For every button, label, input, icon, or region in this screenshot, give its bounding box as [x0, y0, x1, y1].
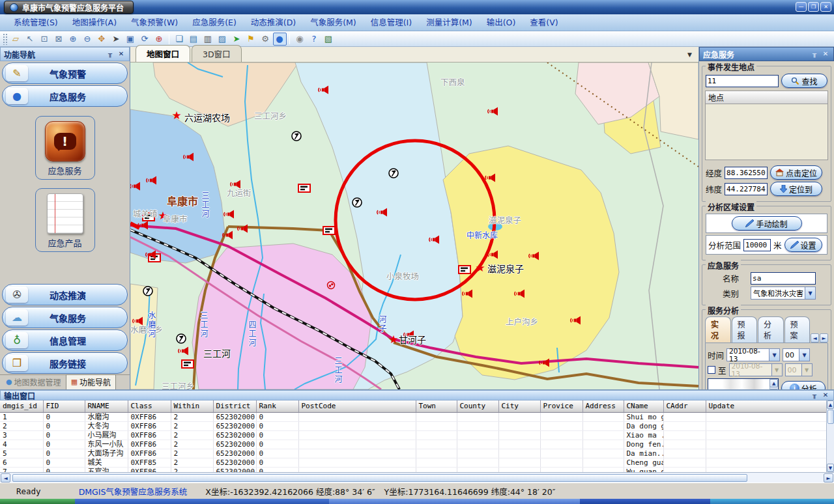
column-header[interactable]: Town: [416, 400, 457, 412]
table-row[interactable]: 30小马厩沟0XFF8626523020000Xiao ma ...: [0, 430, 826, 440]
column-header[interactable]: dmgis_id: [0, 400, 43, 412]
column-header[interactable]: Provice: [540, 400, 582, 412]
scroll-right-icon[interactable]: ►: [824, 473, 833, 483]
close-icon[interactable]: ✕: [821, 49, 830, 59]
table-row[interactable]: 10水磨沟0XFF8626523020000Shui mo gou: [0, 412, 826, 421]
column-header[interactable]: CAddr: [663, 400, 706, 412]
longitude-input[interactable]: [725, 167, 768, 179]
scroll-thumb[interactable]: [827, 410, 834, 424]
analysis-range-input[interactable]: [743, 239, 771, 251]
print-preview-icon[interactable]: ▨: [216, 33, 229, 46]
visibility-eye-icon[interactable]: ◉: [293, 33, 307, 46]
table-row[interactable]: 20大冬沟0XFF8626523020000Da dong gou: [0, 421, 826, 430]
scroll-up-icon[interactable]: ▲: [769, 379, 778, 387]
date-select[interactable]: 2010-08-13 ▼: [726, 348, 780, 361]
menu-item[interactable]: 信息管理(I): [364, 14, 419, 31]
hour-select-2[interactable]: 00 ▼: [785, 363, 812, 376]
nav-button-service-links[interactable]: ❒服务链接: [2, 352, 128, 374]
table-row[interactable]: 50大面场子沟0XFF8626523020000Da mian...: [0, 449, 826, 458]
analysis-tab-分析[interactable]: 分析: [758, 316, 784, 343]
column-header[interactable]: Update: [706, 400, 826, 412]
menu-item[interactable]: 查看(V): [523, 14, 565, 31]
analysis-tab-实况[interactable]: 实况: [705, 316, 731, 343]
pointer-icon[interactable]: ➤: [109, 33, 123, 46]
column-header[interactable]: City: [498, 400, 540, 412]
service-type-select[interactable]: 气象和洪水灾害 ▼: [751, 287, 816, 300]
to-checkbox[interactable]: [708, 366, 715, 374]
menu-item[interactable]: 动态推演(D): [244, 14, 303, 31]
minimize-button[interactable]: —: [796, 2, 807, 12]
nav-button-weather-service[interactable]: ☁气象服务: [2, 307, 128, 328]
dropdown-arrow-icon[interactable]: ▼: [769, 349, 779, 361]
menu-item[interactable]: 气象服务(M): [303, 14, 364, 31]
nav-button-weather-warning[interactable]: ✎气象预警: [2, 63, 128, 84]
table-vertical-scrollbar[interactable]: ▲ ▼: [826, 400, 834, 472]
close-icon[interactable]: ✕: [821, 391, 830, 400]
output-table[interactable]: dmgis_idFIDRNAMEClassWithinDistrictRankP…: [0, 400, 827, 472]
locate-to-button[interactable]: 定位到: [770, 182, 822, 196]
scroll-right-icon[interactable]: ►: [820, 333, 828, 343]
date-select-2[interactable]: 2010-08-13 ▼: [729, 363, 783, 376]
set-range-button[interactable]: 设置: [784, 238, 822, 252]
globe-tool-icon[interactable]: ●: [273, 33, 287, 46]
placemark-icon[interactable]: ⚑: [244, 33, 258, 46]
location-list-header[interactable]: 地点: [705, 91, 828, 104]
pan-hand-icon[interactable]: ✥: [95, 33, 109, 46]
column-header[interactable]: District: [213, 400, 256, 412]
select-arrow-icon[interactable]: ↖: [23, 33, 37, 46]
scroll-left-icon[interactable]: ◄: [811, 333, 819, 343]
analyze-button[interactable]: i 分析: [781, 381, 826, 389]
measure-ruler-icon[interactable]: ▱: [9, 33, 23, 46]
table-row[interactable]: 40东风一小队0XFF8626523020000Dong fen...: [0, 440, 826, 449]
toolbar-grip[interactable]: [3, 33, 7, 45]
go-arrow-icon[interactable]: ➤: [230, 33, 244, 46]
menu-item[interactable]: 系统管理(S): [7, 14, 65, 31]
zoom-in-icon[interactable]: ⊕: [66, 33, 80, 46]
nav-button-info-management[interactable]: ♁信息管理: [2, 329, 128, 351]
dropdown-arrow-icon[interactable]: ▼: [805, 287, 815, 299]
snapshot-icon[interactable]: ▧: [322, 33, 336, 46]
map-canvas[interactable]: ★★★★ 六运湖农场三工河乡下西泉九运街阜康市城关镇阜康市水磨沟乡三工河三工河乡…: [130, 63, 698, 389]
column-header[interactable]: County: [457, 400, 498, 412]
nav-button-emergency-service[interactable]: ●应急服务: [2, 85, 128, 107]
layers-icon[interactable]: ❏: [173, 33, 186, 46]
menu-item[interactable]: 应急服务(E): [185, 14, 244, 31]
restore-button[interactable]: ❐: [808, 2, 819, 12]
scroll-down-icon[interactable]: ▼: [827, 464, 834, 472]
zoom-out-icon[interactable]: ⊖: [81, 33, 94, 46]
pin-icon[interactable]: ╥: [810, 391, 819, 400]
search-button[interactable]: 查找: [781, 74, 827, 88]
listbox-scrollbar[interactable]: ▲: [769, 379, 778, 389]
menu-item[interactable]: 气象预警(W): [124, 14, 185, 31]
image-export-icon[interactable]: ▤: [187, 33, 201, 46]
location-search-input[interactable]: [706, 75, 779, 87]
close-icon[interactable]: ✕: [117, 49, 126, 59]
map-tab-地图窗口[interactable]: 地图窗口: [136, 45, 190, 62]
left-tab-地图数据管理[interactable]: ●地图数据管理: [1, 375, 66, 389]
scroll-left-icon[interactable]: ◄: [1, 473, 10, 483]
table-horizontal-scrollbar[interactable]: ◄ ►: [0, 472, 834, 483]
scroll-thumb[interactable]: [769, 389, 778, 389]
full-extent-icon[interactable]: ▣: [124, 33, 137, 46]
scroll-thumb[interactable]: [12, 474, 747, 482]
emergency-service-big-button[interactable]: ! 应急服务: [35, 116, 95, 180]
column-header[interactable]: PostCode: [298, 400, 416, 412]
column-header[interactable]: CName: [624, 400, 663, 412]
service-name-input[interactable]: [751, 272, 816, 285]
menu-item[interactable]: 地图操作(A): [65, 14, 124, 31]
dropdown-arrow-icon[interactable]: ▼: [801, 364, 812, 376]
left-tab-功能导航[interactable]: ▦功能导航: [66, 374, 116, 389]
column-header[interactable]: RNAME: [85, 400, 128, 412]
location-list[interactable]: [705, 104, 828, 160]
column-header[interactable]: Class: [128, 400, 171, 412]
table-row[interactable]: 60城关0XFF8526523020000Cheng guan: [0, 458, 826, 467]
column-header[interactable]: FID: [43, 400, 85, 412]
column-header[interactable]: Rank: [256, 400, 298, 412]
locate-click-button[interactable]: 点击定位: [770, 165, 822, 180]
menu-item[interactable]: 测量计算(M): [419, 14, 480, 31]
menu-item[interactable]: 输出(O): [480, 14, 523, 31]
close-button[interactable]: ✕: [820, 2, 831, 12]
latitude-input[interactable]: [725, 183, 768, 195]
dropdown-arrow-icon[interactable]: ▼: [799, 349, 809, 361]
pin-icon[interactable]: ╥: [810, 49, 819, 59]
